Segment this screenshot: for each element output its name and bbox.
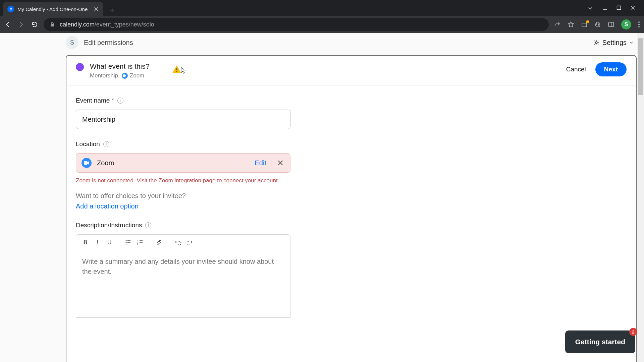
zoom-integration-link[interactable]: Zoom integration page bbox=[158, 177, 215, 184]
svg-text:3: 3 bbox=[137, 243, 139, 245]
nav-reload-icon[interactable] bbox=[31, 21, 38, 28]
zoom-mini-icon bbox=[122, 73, 128, 79]
scrollbar-track[interactable] bbox=[637, 33, 644, 362]
rte-link-button[interactable] bbox=[154, 237, 164, 247]
browser-toolbar: calendly.com/event_types/new/solo S bbox=[0, 16, 644, 33]
rte-bold-button[interactable]: B bbox=[80, 237, 90, 247]
divider bbox=[271, 158, 271, 168]
svg-point-6 bbox=[638, 26, 640, 27]
page-viewport: S Edit permissions Settings What event i… bbox=[0, 33, 644, 362]
window-close-icon[interactable] bbox=[631, 5, 635, 11]
tab-favicon: c bbox=[7, 6, 14, 12]
rte-italic-button[interactable]: I bbox=[92, 237, 102, 247]
svg-point-12 bbox=[126, 244, 127, 245]
extensions-icon[interactable] bbox=[594, 21, 601, 28]
event-card: What event is this? Mentorship, Zoom Can… bbox=[66, 55, 637, 362]
svg-point-10 bbox=[126, 240, 127, 241]
share-icon[interactable] bbox=[554, 21, 561, 28]
location-label: Location bbox=[76, 140, 100, 148]
card-subtitle: Mentorship, Zoom bbox=[90, 72, 149, 79]
getting-started-label: Getting started bbox=[575, 338, 625, 346]
gear-icon bbox=[593, 39, 600, 46]
cancel-button[interactable]: Cancel bbox=[562, 63, 590, 76]
required-marker: * bbox=[112, 98, 114, 104]
kebab-menu-icon[interactable] bbox=[638, 21, 640, 28]
location-name: Zoom bbox=[97, 159, 114, 167]
card-header: What event is this? Mentorship, Zoom Can… bbox=[66, 56, 636, 85]
card-title: What event is this? bbox=[90, 62, 149, 70]
rte-redo-button[interactable] bbox=[185, 237, 195, 247]
rte-bullet-list-button[interactable] bbox=[123, 237, 133, 247]
location-edit-link[interactable]: Edit bbox=[255, 159, 266, 167]
url-path: /event_types/new/solo bbox=[95, 21, 154, 28]
getting-started-button[interactable]: Getting started 2 bbox=[565, 330, 635, 353]
new-tab-button[interactable] bbox=[106, 4, 118, 16]
location-remove-icon[interactable] bbox=[276, 159, 285, 167]
svg-point-5 bbox=[638, 24, 640, 25]
chevron-down-icon bbox=[629, 41, 633, 45]
subtitle-event: Mentorship, bbox=[90, 72, 120, 79]
svg-rect-0 bbox=[617, 6, 621, 10]
profile-avatar[interactable]: S bbox=[621, 19, 631, 29]
cursor-icon bbox=[181, 67, 186, 74]
event-name-label: Event name bbox=[76, 97, 110, 104]
rte-textarea[interactable]: Write a summary and any details your inv… bbox=[76, 250, 290, 317]
permissions-label: Edit permissions bbox=[84, 39, 133, 47]
add-location-link[interactable]: Add a location option bbox=[76, 202, 299, 210]
extension-badge-icon[interactable] bbox=[581, 21, 588, 28]
svg-rect-2 bbox=[582, 23, 587, 27]
svg-point-4 bbox=[638, 21, 640, 23]
window-maximize-icon[interactable] bbox=[616, 5, 621, 11]
offer-question: Want to offer choices to your invitee? bbox=[76, 192, 299, 200]
rich-text-editor: B I U 123 bbox=[76, 234, 290, 318]
tab-close-icon[interactable] bbox=[94, 7, 99, 11]
rte-underline-button[interactable]: U bbox=[104, 237, 114, 247]
svg-point-7 bbox=[595, 42, 597, 44]
nav-forward-icon[interactable] bbox=[17, 21, 25, 28]
browser-tabstrip: c My Calendly - Add One-on-One bbox=[0, 0, 644, 16]
subtitle-platform: Zoom bbox=[130, 72, 144, 79]
rte-undo-button[interactable] bbox=[173, 237, 183, 247]
permissions-avatar: S bbox=[66, 36, 78, 49]
svg-rect-8 bbox=[176, 68, 177, 70]
svg-rect-3 bbox=[609, 22, 614, 27]
scrollbar-thumb[interactable] bbox=[638, 38, 643, 95]
error-suffix: to connect your account. bbox=[215, 177, 279, 184]
lock-icon bbox=[50, 22, 55, 27]
bookmark-star-icon[interactable] bbox=[568, 21, 574, 28]
notification-badge: 2 bbox=[629, 328, 637, 336]
rte-toolbar: B I U 123 bbox=[76, 235, 290, 250]
browser-tab[interactable]: c My Calendly - Add One-on-One bbox=[3, 2, 103, 16]
svg-rect-1 bbox=[51, 24, 54, 26]
url-host: calendly.com bbox=[60, 21, 95, 28]
permissions-row: S Edit permissions Settings bbox=[66, 33, 637, 52]
rte-number-list-button[interactable]: 123 bbox=[135, 237, 145, 247]
tabs-dropdown-icon[interactable] bbox=[588, 5, 593, 11]
settings-button[interactable]: Settings bbox=[593, 39, 633, 47]
event-name-input[interactable] bbox=[76, 110, 290, 129]
svg-point-11 bbox=[126, 242, 127, 243]
info-icon[interactable]: i bbox=[145, 222, 151, 228]
window-minimize-icon[interactable] bbox=[602, 5, 607, 11]
tab-title: My Calendly - Add One-on-One bbox=[17, 6, 88, 12]
address-bar[interactable]: calendly.com/event_types/new/solo bbox=[44, 18, 549, 31]
nav-back-icon[interactable] bbox=[4, 21, 11, 28]
warning-icon bbox=[172, 65, 181, 74]
info-icon[interactable]: i bbox=[117, 98, 123, 104]
zoom-icon bbox=[82, 158, 92, 168]
svg-point-9 bbox=[176, 71, 177, 72]
location-error: Zoom is not connected. Visit the Zoom in… bbox=[76, 177, 297, 184]
settings-label: Settings bbox=[602, 39, 627, 47]
info-icon[interactable]: i bbox=[103, 141, 109, 147]
next-button[interactable]: Next bbox=[595, 62, 627, 76]
description-label: Description/Instructions bbox=[76, 222, 142, 229]
error-prefix: Zoom is not connected. Visit the bbox=[76, 177, 158, 184]
event-color-dot bbox=[76, 63, 84, 71]
location-chip: Zoom Edit bbox=[76, 153, 290, 173]
sidepanel-icon[interactable] bbox=[608, 21, 614, 28]
